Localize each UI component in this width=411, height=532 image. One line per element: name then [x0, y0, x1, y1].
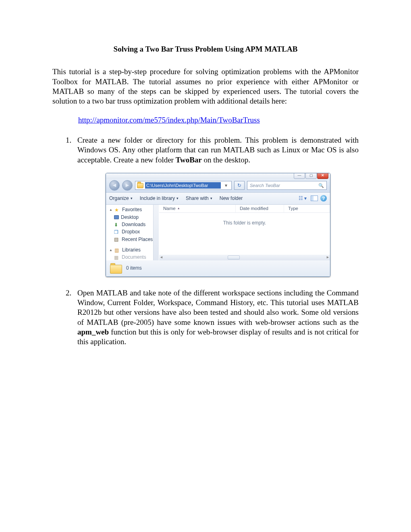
include-label: Include in library [140, 195, 175, 202]
desktop-icon [114, 215, 119, 219]
caret-icon: ▲ [109, 248, 112, 252]
sidebar-scrollbar[interactable] [153, 205, 159, 260]
sidebar-item-desktop[interactable]: Desktop [109, 214, 153, 221]
new-folder-label: New folder [220, 195, 243, 202]
recent-icon: ▤ [114, 237, 120, 242]
dropbox-icon: ❒ [114, 229, 120, 235]
sidebar-label: Libraries [122, 247, 141, 253]
sidebar: ▲ ★ Favorites Desktop ⬇ Downloads [106, 205, 154, 260]
share-with-menu[interactable]: Share with ▾ [186, 195, 212, 202]
step-2-post: function but this is only for web-browse… [77, 328, 359, 346]
caret-icon: ▲ [109, 208, 112, 212]
forward-button[interactable]: ► [122, 180, 133, 191]
intro-paragraph: This tutorial is a step-by-step procedur… [52, 67, 359, 106]
file-column-headers[interactable]: Name ▲ Date modified Type [159, 205, 330, 213]
column-label: Name [163, 206, 176, 212]
column-header-date[interactable]: Date modified [236, 205, 284, 212]
chevron-down-icon: ▾ [176, 196, 179, 201]
preview-pane-button[interactable] [311, 195, 318, 201]
sidebar-item-documents[interactable]: ▦ Documents [109, 254, 153, 261]
path-text: C:\Users\John\Desktop\TwoBar [145, 182, 221, 189]
search-input[interactable]: Search TwoBar 🔍 [247, 181, 327, 190]
path-field[interactable]: C:\Users\John\Desktop\TwoBar ▾ [135, 181, 232, 190]
documents-icon: ▦ [114, 255, 120, 260]
page-title: Solving a Two Bar Truss Problem Using AP… [52, 44, 359, 54]
new-folder-button[interactable]: New folder [220, 195, 243, 202]
star-icon: ★ [114, 207, 120, 213]
sidebar-label: Desktop [121, 214, 139, 220]
column-label: Date modified [240, 206, 268, 212]
organize-menu[interactable]: Organize ▾ [109, 195, 133, 202]
sort-asc-icon: ▲ [177, 207, 180, 210]
maximize-button[interactable]: ▢ [305, 173, 317, 179]
sidebar-label: Documents [122, 254, 146, 260]
chevron-down-icon: ▾ [131, 196, 133, 201]
status-bar: 0 items [106, 260, 330, 276]
tutorial-link[interactable]: http://apmonitor.com/me575/index.php/Mai… [78, 115, 359, 125]
step-1-bold: TwoBar [176, 156, 202, 164]
window-titlebar[interactable]: — ▢ ✕ [106, 173, 330, 179]
chevron-down-icon: ▾ [304, 195, 307, 202]
status-item-count: 0 items [126, 265, 142, 271]
toolbar: Organize ▾ Include in library ▾ Share wi… [106, 193, 330, 205]
sidebar-item-favorites[interactable]: ▲ ★ Favorites [109, 206, 153, 214]
libraries-icon: ▥ [114, 247, 120, 253]
sidebar-label: Favorites [122, 207, 142, 213]
folder-icon [137, 183, 143, 188]
title-smallcaps: ATLAB [272, 45, 297, 53]
explorer-window: — ▢ ✕ ◄ ► C:\Users\John\Desktop\TwoBar ▾… [106, 173, 330, 277]
search-placeholder: Search TwoBar [250, 183, 280, 188]
view-options-button[interactable]: ☷ ▾ [297, 195, 308, 202]
column-label: Type [288, 206, 298, 212]
sidebar-item-downloads[interactable]: ⬇ Downloads [109, 221, 153, 229]
explorer-body: ▲ ★ Favorites Desktop ⬇ Downloads [106, 205, 330, 260]
column-header-name[interactable]: Name ▲ [159, 205, 236, 212]
step-2-pre: Open MATLAB and take note of the differe… [77, 289, 359, 326]
sidebar-label: Dropbox [122, 229, 140, 235]
step-2: Open MATLAB and take note of the differe… [73, 288, 359, 347]
address-bar: ◄ ► C:\Users\John\Desktop\TwoBar ▾ ↻ Sea… [106, 179, 330, 193]
close-button[interactable]: ✕ [317, 173, 328, 179]
refresh-button[interactable]: ↻ [234, 181, 245, 190]
file-pane: Name ▲ Date modified Type This folder is… [159, 205, 330, 260]
step-1: Create a new folder or directory for thi… [73, 135, 359, 277]
minimize-button[interactable]: — [294, 173, 305, 179]
sidebar-item-libraries[interactable]: ▲ ▥ Libraries [109, 247, 153, 254]
back-button[interactable]: ◄ [109, 180, 120, 191]
include-in-library-menu[interactable]: Include in library ▾ [140, 195, 179, 202]
step-2-bold: apm_web [77, 328, 109, 336]
organize-label: Organize [109, 195, 129, 202]
sidebar-item-dropbox[interactable]: ❒ Dropbox [109, 229, 153, 236]
path-dropdown-icon[interactable]: ▾ [222, 183, 230, 189]
sidebar-label: Downloads [122, 222, 145, 228]
title-text: Solving a Two Bar Truss Problem Using AP… [114, 45, 272, 53]
step-1-post: on the desktop. [202, 156, 250, 164]
downloads-icon: ⬇ [114, 222, 120, 228]
sidebar-label: Recent Places [122, 237, 153, 243]
horizontal-scrollbar[interactable]: ◄► [159, 255, 330, 260]
chevron-down-icon: ▾ [210, 196, 212, 201]
column-header-type[interactable]: Type [284, 205, 330, 212]
help-button[interactable]: ? [320, 195, 327, 202]
share-label: Share with [186, 195, 209, 202]
empty-folder-message: This folder is empty. [159, 213, 330, 226]
view-icon: ☷ [299, 195, 303, 202]
sidebar-item-recent[interactable]: ▤ Recent Places [109, 236, 153, 243]
search-icon: 🔍 [318, 183, 324, 188]
folder-icon [110, 263, 122, 274]
